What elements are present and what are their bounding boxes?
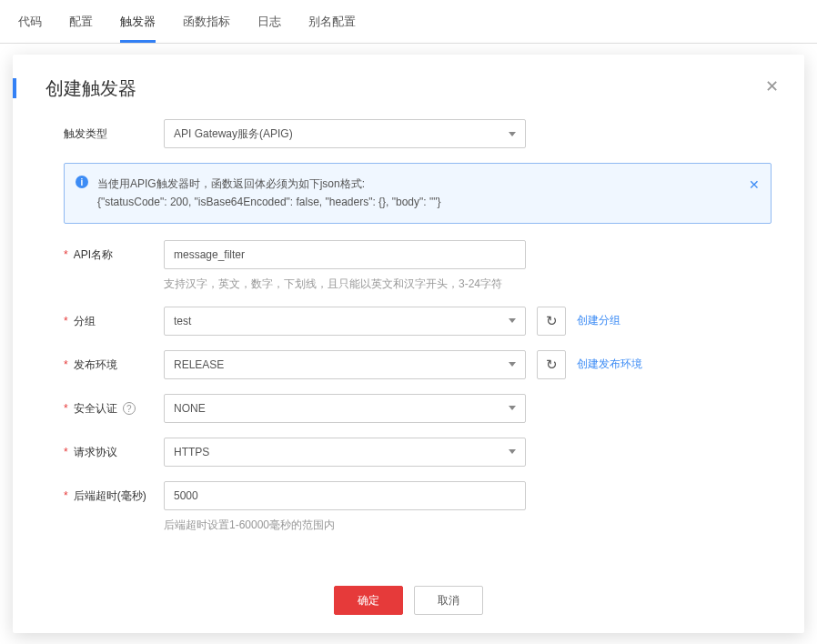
cancel-button[interactable]: 取消 [414, 586, 483, 615]
select-group[interactable]: test [164, 307, 526, 336]
refresh-env-button[interactable]: ↻ [537, 350, 566, 379]
input-api-name-value: message_filter [174, 248, 245, 261]
chevron-down-icon [509, 406, 516, 410]
select-protocol-value: HTTPS [174, 446, 209, 458]
select-auth[interactable]: NONE [164, 394, 526, 423]
tab-code[interactable]: 代码 [18, 1, 42, 43]
create-trigger-modal: 创建触发器 ✕ 触发类型 API Gateway服务(APIG) i 当使用AP… [13, 55, 804, 633]
chevron-down-icon [509, 362, 516, 367]
tab-triggers[interactable]: 触发器 [120, 1, 156, 43]
select-group-value: test [174, 315, 191, 327]
alert-line2: {"statusCode": 200, "isBase64Encoded": f… [97, 193, 738, 211]
label-auth: *安全认证 ? [45, 394, 164, 417]
title-accent [13, 78, 16, 98]
label-api-name: *API名称 [45, 240, 164, 263]
select-trigger-type-value: API Gateway服务(APIG) [174, 126, 293, 142]
refresh-icon: ↻ [546, 313, 558, 329]
refresh-icon: ↻ [546, 357, 558, 373]
link-create-env[interactable]: 创建发布环境 [577, 357, 642, 372]
tab-logs[interactable]: 日志 [257, 1, 281, 43]
link-create-group[interactable]: 创建分组 [577, 313, 620, 328]
label-timeout: *后端超时(毫秒) [45, 481, 164, 504]
trigger-form: 触发类型 API Gateway服务(APIG) i 当使用APIG触发器时，函… [45, 119, 772, 579]
label-protocol: *请求协议 [45, 438, 164, 460]
tab-config[interactable]: 配置 [69, 1, 93, 43]
label-trigger-type: 触发类型 [45, 119, 164, 142]
alert-line1: 当使用APIG触发器时，函数返回体必须为如下json格式: [97, 175, 738, 193]
select-env-value: RELEASE [174, 358, 224, 371]
select-trigger-type[interactable]: API Gateway服务(APIG) [164, 119, 526, 148]
chevron-down-icon [509, 132, 516, 136]
label-group: *分组 [45, 307, 164, 329]
select-auth-value: NONE [174, 402, 206, 415]
select-protocol[interactable]: HTTPS [164, 438, 526, 467]
tab-metrics[interactable]: 函数指标 [183, 1, 230, 43]
hint-timeout: 后端超时设置1-60000毫秒的范围内 [164, 518, 335, 533]
close-icon[interactable]: ✕ [765, 76, 779, 96]
chevron-down-icon [509, 318, 516, 323]
info-icon: i [76, 176, 88, 188]
modal-footer: 确定 取消 [45, 579, 772, 615]
select-env[interactable]: RELEASE [164, 350, 526, 379]
refresh-group-button[interactable]: ↻ [537, 307, 566, 336]
input-api-name[interactable]: message_filter [164, 240, 526, 269]
chevron-down-icon [509, 449, 516, 454]
alert-close-icon[interactable]: ✕ [749, 175, 760, 196]
input-timeout[interactable]: 5000 [164, 481, 526, 510]
label-env: *发布环境 [45, 350, 164, 373]
apig-info-alert: i 当使用APIG触发器时，函数返回体必须为如下json格式: {"status… [64, 163, 772, 224]
modal-title: 创建触发器 [45, 76, 772, 101]
help-icon[interactable]: ? [123, 402, 136, 415]
tab-alias[interactable]: 别名配置 [308, 1, 356, 43]
ok-button[interactable]: 确定 [334, 586, 403, 615]
hint-api-name: 支持汉字，英文，数字，下划线，且只能以英文和汉字开头，3-24字符 [164, 277, 502, 292]
input-timeout-value: 5000 [174, 489, 198, 502]
top-tabs: 代码 配置 触发器 函数指标 日志 别名配置 [0, 0, 817, 44]
